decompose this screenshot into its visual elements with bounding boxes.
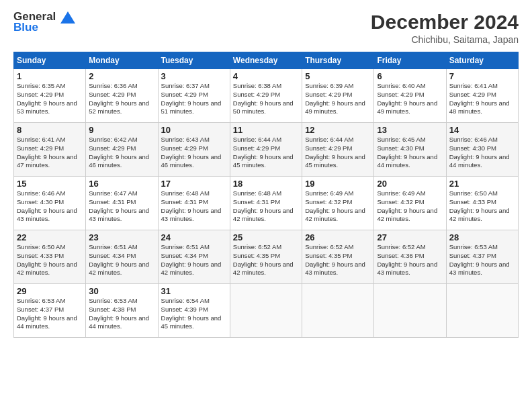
day-detail: Sunrise: 6:44 AM Sunset: 4:29 PM Dayligh…: [305, 136, 371, 170]
calendar-cell: 11 Sunrise: 6:44 AM Sunset: 4:29 PM Dayl…: [230, 123, 302, 177]
day-detail: Sunrise: 6:49 AM Sunset: 4:32 PM Dayligh…: [377, 189, 443, 224]
day-number: 6: [377, 71, 443, 81]
calendar-cell: 1 Sunrise: 6:35 AM Sunset: 4:29 PM Dayli…: [14, 69, 86, 123]
calendar-cell: 26 Sunrise: 6:52 AM Sunset: 4:35 PM Dayl…: [302, 230, 374, 284]
calendar-week-1: 1 Sunrise: 6:35 AM Sunset: 4:29 PM Dayli…: [14, 69, 519, 123]
page: General Blue December 2024 Chichibu, Sai…: [0, 0, 532, 411]
calendar-cell: 22 Sunrise: 6:50 AM Sunset: 4:33 PM Dayl…: [14, 230, 86, 284]
header: General Blue December 2024 Chichibu, Sai…: [13, 11, 519, 45]
calendar-cell: 19 Sunrise: 6:49 AM Sunset: 4:32 PM Dayl…: [302, 177, 374, 230]
day-number: 30: [89, 286, 154, 296]
calendar-cell: 27 Sunrise: 6:52 AM Sunset: 4:36 PM Dayl…: [374, 230, 446, 284]
calendar-cell: [302, 284, 374, 338]
day-detail: Sunrise: 6:54 AM Sunset: 4:39 PM Dayligh…: [161, 297, 227, 331]
day-number: 5: [305, 71, 371, 81]
day-detail: Sunrise: 6:43 AM Sunset: 4:29 PM Dayligh…: [161, 136, 227, 170]
day-number: 8: [17, 125, 83, 135]
day-number: 21: [449, 179, 515, 189]
calendar-week-5: 29 Sunrise: 6:53 AM Sunset: 4:37 PM Dayl…: [14, 284, 519, 338]
day-number: 31: [161, 286, 227, 296]
day-detail: Sunrise: 6:46 AM Sunset: 4:30 PM Dayligh…: [449, 136, 515, 170]
calendar-cell: 29 Sunrise: 6:53 AM Sunset: 4:37 PM Dayl…: [14, 284, 86, 338]
calendar-cell: 12 Sunrise: 6:44 AM Sunset: 4:29 PM Dayl…: [302, 123, 374, 177]
day-detail: Sunrise: 6:46 AM Sunset: 4:30 PM Dayligh…: [17, 189, 83, 224]
day-detail: Sunrise: 6:51 AM Sunset: 4:34 PM Dayligh…: [161, 243, 227, 277]
day-detail: Sunrise: 6:39 AM Sunset: 4:29 PM Dayligh…: [305, 82, 371, 116]
day-detail: Sunrise: 6:48 AM Sunset: 4:31 PM Dayligh…: [161, 189, 227, 224]
day-number: 26: [305, 232, 371, 242]
day-number: 2: [89, 71, 154, 81]
col-header-friday: Friday: [374, 52, 446, 69]
col-header-wednesday: Wednesday: [230, 52, 302, 69]
day-number: 12: [305, 125, 371, 135]
day-detail: Sunrise: 6:45 AM Sunset: 4:30 PM Dayligh…: [377, 136, 443, 170]
day-detail: Sunrise: 6:50 AM Sunset: 4:33 PM Dayligh…: [17, 243, 83, 277]
calendar-cell: [230, 284, 302, 338]
day-detail: Sunrise: 6:48 AM Sunset: 4:31 PM Dayligh…: [233, 189, 299, 224]
calendar-cell: 3 Sunrise: 6:37 AM Sunset: 4:29 PM Dayli…: [158, 69, 230, 123]
col-header-tuesday: Tuesday: [158, 52, 230, 69]
calendar-cell: [446, 284, 518, 338]
day-detail: Sunrise: 6:42 AM Sunset: 4:29 PM Dayligh…: [89, 136, 154, 170]
day-number: 10: [161, 125, 227, 135]
calendar-cell: 13 Sunrise: 6:45 AM Sunset: 4:30 PM Dayl…: [374, 123, 446, 177]
calendar-cell: 6 Sunrise: 6:40 AM Sunset: 4:29 PM Dayli…: [374, 69, 446, 123]
calendar-cell: 20 Sunrise: 6:49 AM Sunset: 4:32 PM Dayl…: [374, 177, 446, 230]
calendar-table: SundayMondayTuesdayWednesdayThursdayFrid…: [13, 52, 519, 338]
calendar-cell: 8 Sunrise: 6:41 AM Sunset: 4:29 PM Dayli…: [14, 123, 86, 177]
day-number: 29: [17, 286, 83, 296]
day-number: 1: [17, 71, 83, 81]
calendar-cell: 23 Sunrise: 6:51 AM Sunset: 4:34 PM Dayl…: [86, 230, 158, 284]
day-detail: Sunrise: 6:38 AM Sunset: 4:29 PM Dayligh…: [233, 82, 299, 116]
calendar-cell: 18 Sunrise: 6:48 AM Sunset: 4:31 PM Dayl…: [230, 177, 302, 230]
day-detail: Sunrise: 6:41 AM Sunset: 4:29 PM Dayligh…: [449, 82, 515, 116]
day-number: 23: [89, 232, 154, 242]
day-number: 20: [377, 179, 443, 189]
calendar-cell: 15 Sunrise: 6:46 AM Sunset: 4:30 PM Dayl…: [14, 177, 86, 230]
day-number: 3: [161, 71, 227, 81]
day-detail: Sunrise: 6:36 AM Sunset: 4:29 PM Dayligh…: [89, 82, 154, 116]
day-number: 19: [305, 179, 371, 189]
calendar-cell: 5 Sunrise: 6:39 AM Sunset: 4:29 PM Dayli…: [302, 69, 374, 123]
day-number: 18: [233, 179, 299, 189]
day-detail: Sunrise: 6:53 AM Sunset: 4:37 PM Dayligh…: [17, 297, 83, 331]
logo-icon: [60, 11, 75, 24]
day-number: 17: [161, 179, 227, 189]
col-header-monday: Monday: [86, 52, 158, 69]
day-number: 4: [233, 71, 299, 81]
col-header-saturday: Saturday: [446, 52, 518, 69]
day-detail: Sunrise: 6:41 AM Sunset: 4:29 PM Dayligh…: [17, 136, 83, 170]
logo-block: General Blue: [13, 11, 75, 34]
day-detail: Sunrise: 6:52 AM Sunset: 4:36 PM Dayligh…: [377, 243, 443, 277]
day-detail: Sunrise: 6:52 AM Sunset: 4:35 PM Dayligh…: [305, 243, 371, 277]
main-title: December 2024: [371, 11, 519, 33]
calendar-cell: 10 Sunrise: 6:43 AM Sunset: 4:29 PM Dayl…: [158, 123, 230, 177]
col-header-thursday: Thursday: [302, 52, 374, 69]
day-detail: Sunrise: 6:52 AM Sunset: 4:35 PM Dayligh…: [233, 243, 299, 277]
calendar-cell: 9 Sunrise: 6:42 AM Sunset: 4:29 PM Dayli…: [86, 123, 158, 177]
calendar-cell: 30 Sunrise: 6:53 AM Sunset: 4:38 PM Dayl…: [86, 284, 158, 338]
calendar-header-row: SundayMondayTuesdayWednesdayThursdayFrid…: [14, 52, 519, 69]
calendar-cell: 28 Sunrise: 6:53 AM Sunset: 4:37 PM Dayl…: [446, 230, 518, 284]
day-number: 28: [449, 232, 515, 242]
calendar-cell: 14 Sunrise: 6:46 AM Sunset: 4:30 PM Dayl…: [446, 123, 518, 177]
day-number: 22: [17, 232, 83, 242]
day-number: 9: [89, 125, 154, 135]
subtitle: Chichibu, Saitama, Japan: [371, 34, 519, 45]
day-detail: Sunrise: 6:35 AM Sunset: 4:29 PM Dayligh…: [17, 82, 83, 116]
day-number: 27: [377, 232, 443, 242]
day-number: 13: [377, 125, 443, 135]
day-number: 25: [233, 232, 299, 242]
calendar-cell: [374, 284, 446, 338]
calendar-week-3: 15 Sunrise: 6:46 AM Sunset: 4:30 PM Dayl…: [14, 177, 519, 230]
day-number: 16: [89, 179, 154, 189]
calendar-cell: 25 Sunrise: 6:52 AM Sunset: 4:35 PM Dayl…: [230, 230, 302, 284]
calendar-cell: 24 Sunrise: 6:51 AM Sunset: 4:34 PM Dayl…: [158, 230, 230, 284]
day-detail: Sunrise: 6:53 AM Sunset: 4:37 PM Dayligh…: [449, 243, 515, 277]
day-number: 15: [17, 179, 83, 189]
day-detail: Sunrise: 6:53 AM Sunset: 4:38 PM Dayligh…: [89, 297, 154, 331]
day-detail: Sunrise: 6:47 AM Sunset: 4:31 PM Dayligh…: [89, 189, 154, 224]
svg-marker-0: [60, 11, 75, 24]
day-detail: Sunrise: 6:44 AM Sunset: 4:29 PM Dayligh…: [233, 136, 299, 170]
day-detail: Sunrise: 6:51 AM Sunset: 4:34 PM Dayligh…: [89, 243, 154, 277]
